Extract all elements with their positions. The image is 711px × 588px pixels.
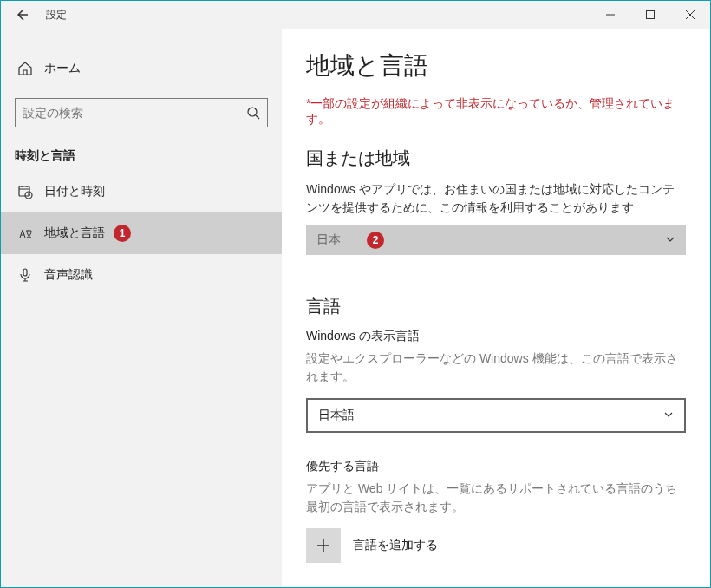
arrow-left-icon xyxy=(15,8,29,22)
svg-rect-4 xyxy=(23,269,27,276)
sidebar-item-label: 日付と時刻 xyxy=(44,184,105,199)
region-heading: 国または地域 xyxy=(306,147,686,170)
window-controls xyxy=(590,1,710,29)
display-language-title: Windows の表示言語 xyxy=(306,329,686,344)
add-language-label: 言語を追加する xyxy=(353,538,438,553)
add-language-button[interactable]: 言語を追加する xyxy=(306,528,686,563)
policy-warning-text: *一部の設定が組織によって非表示になっているか、管理されています。 xyxy=(306,96,686,127)
plus-icon-box xyxy=(306,528,341,563)
sidebar-home[interactable]: ホーム xyxy=(1,49,282,88)
plus-icon xyxy=(316,538,331,553)
content-area: 地域と言語 *一部の設定が組織によって非表示になっているか、管理されています。 … xyxy=(282,29,710,587)
search-icon xyxy=(246,106,260,120)
close-button[interactable] xyxy=(670,1,710,29)
titlebar: 設定 xyxy=(1,1,710,29)
home-icon xyxy=(15,61,36,76)
region-description: Windows やアプリでは、お住まいの国または地域に対応したコンテンツを提供す… xyxy=(306,180,686,217)
preferred-languages-desc: アプリと Web サイトは、一覧にあるサポートされている言語のうち最初の言語で表… xyxy=(306,480,686,516)
search-box[interactable] xyxy=(15,98,268,127)
svg-rect-0 xyxy=(647,11,655,19)
svg-point-1 xyxy=(248,108,257,116)
chevron-down-icon xyxy=(663,408,674,423)
sidebar-item-label: 地域と言語 xyxy=(44,225,105,241)
display-language-value: 日本語 xyxy=(318,408,663,423)
chevron-down-icon xyxy=(665,232,675,248)
annotation-badge-2: 2 xyxy=(367,232,384,249)
maximize-icon xyxy=(646,10,655,19)
sidebar: ホーム 時刻と言語 日付と時刻 地域と言語 1 音声認識 xyxy=(1,29,282,587)
back-button[interactable] xyxy=(1,1,42,29)
minimize-icon xyxy=(606,10,615,19)
language-heading: 言語 xyxy=(306,295,686,318)
maximize-button[interactable] xyxy=(630,1,670,29)
display-language-desc: 設定やエクスプローラーなどの Windows 機能は、この言語で表示されます。 xyxy=(306,350,686,386)
microphone-icon xyxy=(15,267,36,283)
annotation-badge-1: 1 xyxy=(114,225,131,242)
close-icon xyxy=(686,10,695,19)
sidebar-item-datetime[interactable]: 日付と時刻 xyxy=(1,171,282,212)
sidebar-section-title: 時刻と言語 xyxy=(15,148,282,164)
language-icon xyxy=(15,225,36,241)
sidebar-item-label: 音声認識 xyxy=(44,267,93,283)
calendar-clock-icon xyxy=(15,184,36,199)
preferred-languages-title: 優先する言語 xyxy=(306,459,686,474)
page-title: 地域と言語 xyxy=(306,49,686,82)
display-language-select[interactable]: 日本語 xyxy=(306,398,686,433)
sidebar-item-region-language[interactable]: 地域と言語 1 xyxy=(1,212,282,254)
sidebar-home-label: ホーム xyxy=(44,61,81,76)
sidebar-item-speech[interactable]: 音声認識 xyxy=(1,254,282,296)
region-dropdown[interactable]: 日本 2 xyxy=(306,225,686,255)
window-title: 設定 xyxy=(46,8,590,23)
search-input[interactable] xyxy=(23,106,246,120)
minimize-button[interactable] xyxy=(590,1,630,29)
